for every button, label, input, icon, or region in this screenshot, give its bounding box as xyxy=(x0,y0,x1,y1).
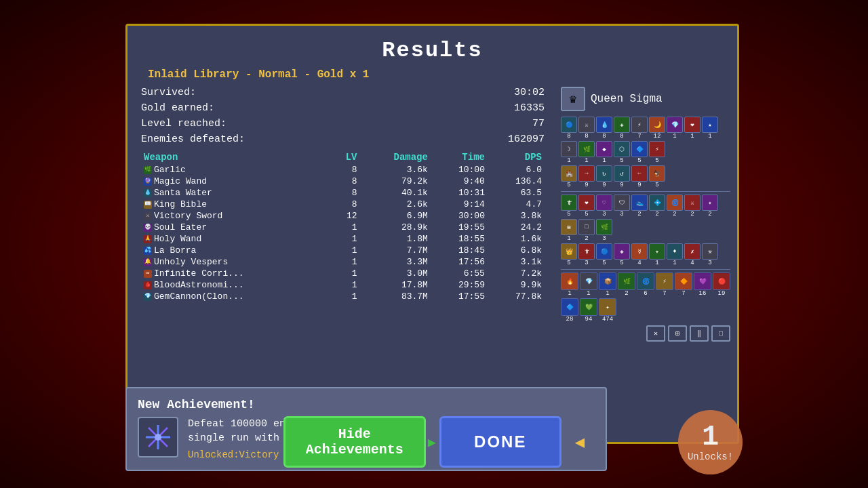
kill-7: 🔶 7 xyxy=(675,272,692,297)
table-row: 💎GemCannon(Clon... 1 83.7M 17:55 77.8k xyxy=(141,291,545,302)
item-12: ◆ 1 xyxy=(596,141,612,164)
pass2-9: ⚒ 3 xyxy=(702,243,718,266)
table-row: 🌿Garlic 8 3.6k 10:00 6.0 xyxy=(141,164,545,176)
stat-survived: Survived: 30:02 xyxy=(141,87,545,98)
item-r2-1: 🏰 5 xyxy=(561,165,577,188)
pass-10: ⊞ 1 xyxy=(561,219,577,242)
kill-4: 🌿 2 xyxy=(618,272,635,297)
pass-7: 🌀 2 xyxy=(667,195,683,218)
kill-6: ⚡ 7 xyxy=(656,272,673,297)
pass2-8: ✗ 4 xyxy=(684,243,701,266)
item-r2-5: ← 9 xyxy=(631,165,648,188)
item-15: ⚡ 5 xyxy=(649,141,665,164)
pass-12: 🌿 3 xyxy=(596,219,612,242)
hide-achievements-button[interactable]: HideAchievements xyxy=(283,416,426,468)
table-row: ∞Infinite Corri... 1 3.0M 6:55 7.2k xyxy=(141,268,545,279)
pass-8: ⚔ 2 xyxy=(684,195,701,218)
panel-icon-buttons: ✕ ⊞ ‖ □ xyxy=(561,325,730,342)
item-1: 🔵 8 xyxy=(561,117,577,140)
item-r2-4: ↺ 9 xyxy=(614,165,630,188)
subtitle: Inlaid Library - Normal - Gold x 1 xyxy=(127,68,737,81)
panel-btn-2[interactable]: ⊞ xyxy=(668,325,687,342)
item-11: 🌿 1 xyxy=(578,141,595,164)
item-10: ☽ 1 xyxy=(561,141,577,164)
pass2-1: 👑 5 xyxy=(561,243,577,266)
item-4: ✚ 8 xyxy=(614,117,630,140)
right-column: ♛ Queen Sigma 🔵 8 ⚔ 8 💧 8 ✚ 8 ⚡ 7 xyxy=(554,87,737,342)
pass2-6: ✦ 1 xyxy=(649,243,665,266)
items-row-1: 🔵 8 ⚔ 8 💧 8 ✚ 8 ⚡ 7 🌙 12 xyxy=(561,117,730,164)
stat-enemies: Enemies defeated: 162097 xyxy=(141,134,545,145)
table-row: 🩸BloodAstronomi... 1 17.8M 29:59 9.9k xyxy=(141,279,545,291)
item-6: 🌙 12 xyxy=(649,117,665,140)
item-5: ⚡ 7 xyxy=(631,117,648,140)
table-row: 🔮Magic Wand 8 79.2k 9:40 136.4 xyxy=(141,176,545,187)
character-header: ♛ Queen Sigma xyxy=(561,87,730,111)
arrow-icon: ◀ xyxy=(575,416,585,468)
stat-level: Level reached: 77 xyxy=(141,118,545,129)
main-panel: Results Inlaid Library - Normal - Gold x… xyxy=(125,24,739,444)
kill-3: 📦 1 xyxy=(599,272,616,297)
item-8: ❤ 1 xyxy=(684,117,701,140)
pass2-2: 🗡 3 xyxy=(578,243,595,266)
kills-row: 🔥 1 💎 1 📦 1 🌿 2 🌀 6 ⚡ 7 xyxy=(561,272,730,323)
bottom-bar: HideAchievements DONE ◀ xyxy=(0,416,868,468)
divider-1 xyxy=(561,191,730,192)
kill-8: 💜 16 xyxy=(694,272,711,297)
kill-1: 🔥 1 xyxy=(561,272,578,297)
panel-btn-4[interactable]: □ xyxy=(711,325,730,342)
kill-10: 🔷 28 xyxy=(561,298,578,323)
panel-btn-3[interactable]: ‖ xyxy=(690,325,709,342)
table-row: 💧Santa Water 8 40.1k 10:31 63.5 xyxy=(141,187,545,199)
pass-5: 👟 2 xyxy=(631,195,648,218)
done-button[interactable]: DONE xyxy=(439,416,561,468)
table-row: ⚔Victory Sword 12 6.9M 30:00 3.8k xyxy=(141,210,545,222)
pass2-7: ♦ 1 xyxy=(667,243,683,266)
col-time: Time xyxy=(431,150,488,164)
col-damage: Damage xyxy=(360,150,431,164)
passive-row-2: 👑 5 🗡 3 🔵 5 ◈ 5 ☿ 4 ✦ 1 xyxy=(561,243,730,266)
item-r2-2: → 9 xyxy=(578,165,595,188)
weapons-table: Weapon LV Damage Time DPS 🌿Garlic 8 3.6k… xyxy=(141,150,545,302)
item-14: 🔷 5 xyxy=(631,141,648,164)
divider-2 xyxy=(561,269,730,270)
character-name: Queen Sigma xyxy=(591,93,663,105)
item-3: 💧 8 xyxy=(596,117,612,140)
col-weapon: Weapon xyxy=(141,150,330,164)
stat-gold: Gold earned: 16335 xyxy=(141,102,545,114)
table-row: 📖King Bible 8 2.6k 9:14 4.7 xyxy=(141,199,545,210)
pass-4: 🛡 3 xyxy=(614,195,630,218)
pass-2: ❤ 5 xyxy=(578,195,595,218)
kill-11: 💚 94 xyxy=(580,298,597,323)
kill-5: 🌀 6 xyxy=(637,272,654,297)
kill-2: 💎 1 xyxy=(580,272,597,297)
pass-6: 💠 2 xyxy=(649,195,665,218)
pass-11: □ 2 xyxy=(578,219,595,242)
item-9: ★ 1 xyxy=(702,117,718,140)
pass-1: 🗡 5 xyxy=(561,195,577,218)
left-column: Survived: 30:02 Gold earned: 16335 Level… xyxy=(127,87,558,302)
item-7: 💎 1 xyxy=(667,117,683,140)
achievement-title: New Achievement! xyxy=(138,398,595,411)
pass2-3: 🔵 5 xyxy=(596,243,612,266)
pass-3: ♡ 3 xyxy=(596,195,612,218)
kill-9: 🔴 19 xyxy=(713,272,730,297)
pass-9: ✦ 2 xyxy=(702,195,718,218)
col-lv: LV xyxy=(330,150,359,164)
table-row: 🙏Holy Wand 1 1.8M 18:55 1.6k xyxy=(141,233,545,245)
items-row-2: 🏰 5 → 9 ↻ 9 ↺ 9 ← 9 🦅 5 xyxy=(561,165,730,188)
table-row: 💀Soul Eater 1 28.9k 19:55 24.2 xyxy=(141,222,545,233)
item-r2-3: ↻ 9 xyxy=(596,165,612,188)
item-13: ⬡ 5 xyxy=(614,141,630,164)
item-2: ⚔ 8 xyxy=(578,117,595,140)
panel-btn-1[interactable]: ✕ xyxy=(646,325,665,342)
kill-12: ✦ 474 xyxy=(599,298,616,323)
col-dps: DPS xyxy=(488,150,545,164)
passive-row-1: 🗡 5 ❤ 5 ♡ 3 🛡 3 👟 2 💠 2 xyxy=(561,195,730,242)
pass2-5: ☿ 4 xyxy=(631,243,648,266)
table-row: 🔔Unholy Vespers 1 3.3M 17:56 3.1k xyxy=(141,256,545,268)
character-icon: ♛ xyxy=(561,87,585,111)
pass2-4: ◈ 5 xyxy=(614,243,630,266)
item-r2-6: 🦅 5 xyxy=(649,165,665,188)
panel-title: Results xyxy=(127,26,737,68)
